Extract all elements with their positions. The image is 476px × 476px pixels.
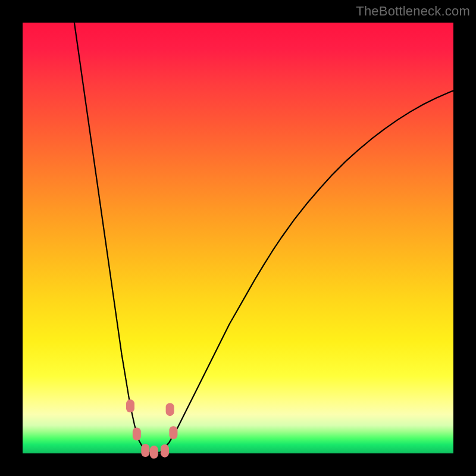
curve-marker xyxy=(133,427,141,440)
curve-marker xyxy=(161,444,169,458)
curve-markers xyxy=(126,399,177,458)
plot-area xyxy=(23,23,453,453)
chart-frame: TheBottleneck.com xyxy=(0,0,476,476)
curve-marker xyxy=(169,426,177,439)
bottleneck-curve xyxy=(74,23,453,453)
curve-marker xyxy=(150,446,158,459)
watermark-text: TheBottleneck.com xyxy=(356,4,470,19)
curve-marker xyxy=(141,444,149,457)
curve-marker xyxy=(126,399,134,412)
chart-overlay xyxy=(23,23,453,453)
curve-marker xyxy=(166,403,174,416)
